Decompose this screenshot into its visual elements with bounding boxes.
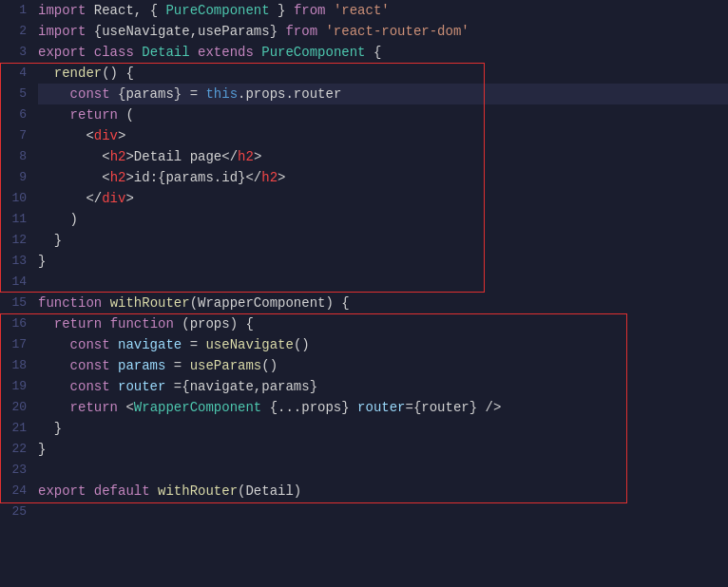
line-number-13: 13 [0, 251, 27, 272]
line-number-23: 23 [0, 460, 27, 481]
code-line-16: return function (props) { [38, 313, 728, 334]
line-numbers: 1234567891011121314151617181920212223242… [0, 0, 34, 587]
line-number-16: 16 [0, 313, 27, 334]
code-line-1: import React, { PureComponent } from 're… [38, 0, 728, 21]
line-number-12: 12 [0, 230, 27, 251]
code-line-25 [38, 502, 728, 522]
code-line-13: } [38, 251, 728, 272]
code-line-14 [38, 272, 728, 293]
code-line-10: </div> [38, 188, 728, 209]
line-number-25: 25 [0, 502, 27, 522]
code-line-7: <div> [38, 125, 728, 146]
line-number-24: 24 [0, 481, 27, 502]
code-line-5: const {params} = this.props.router [38, 84, 728, 104]
code-line-2: import {useNavigate,useParams} from 'rea… [38, 21, 728, 42]
code-line-24: export default withRouter(Detail) [38, 481, 728, 502]
line-number-22: 22 [0, 439, 27, 460]
line-number-17: 17 [0, 334, 27, 355]
line-number-7: 7 [0, 125, 27, 146]
code-line-18: const params = useParams() [38, 355, 728, 376]
code-editor: 1234567891011121314151617181920212223242… [0, 0, 728, 587]
code-line-8: <h2>Detail page</h2> [38, 146, 728, 167]
line-number-15: 15 [0, 293, 27, 313]
code-line-17: const navigate = useNavigate() [38, 334, 728, 355]
code-line-12: } [38, 230, 728, 251]
line-number-1: 1 [0, 0, 27, 21]
code-line-3: export class Detail extends PureComponen… [38, 42, 728, 63]
line-number-9: 9 [0, 167, 27, 188]
line-number-8: 8 [0, 146, 27, 167]
line-number-21: 21 [0, 418, 27, 439]
code-content: import React, { PureComponent } from 're… [34, 0, 728, 587]
code-line-21: } [38, 418, 728, 439]
code-line-6: return ( [38, 104, 728, 125]
code-line-23 [38, 460, 728, 481]
line-number-5: 5 [0, 84, 27, 104]
code-line-22: } [38, 439, 728, 460]
line-number-6: 6 [0, 104, 27, 125]
line-number-14: 14 [0, 272, 27, 293]
code-line-9: <h2>id:{params.id}</h2> [38, 167, 728, 188]
line-number-4: 4 [0, 63, 27, 84]
code-line-15: function withRouter(WrapperComponent) { [38, 293, 728, 313]
code-line-11: ) [38, 209, 728, 230]
line-number-11: 11 [0, 209, 27, 230]
code-line-19: const router ={navigate,params} [38, 376, 728, 397]
line-number-19: 19 [0, 376, 27, 397]
line-number-18: 18 [0, 355, 27, 376]
line-number-2: 2 [0, 21, 27, 42]
line-number-20: 20 [0, 397, 27, 418]
code-line-20: return <WrapperComponent {...props} rout… [38, 397, 728, 418]
line-number-10: 10 [0, 188, 27, 209]
line-number-3: 3 [0, 42, 27, 63]
code-line-4: render() { [38, 63, 728, 84]
